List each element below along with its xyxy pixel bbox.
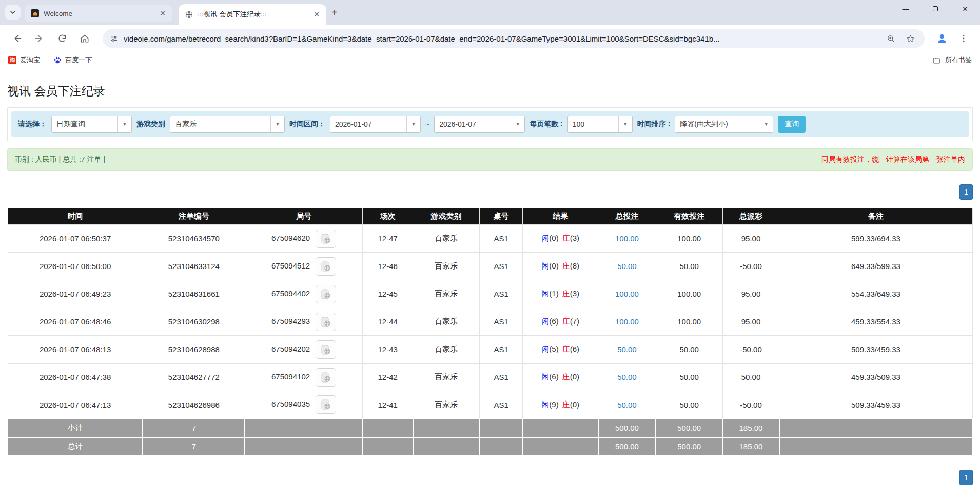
- result-cell: 闲(5)庄(6): [523, 336, 598, 364]
- notice-text: 同局有效投注，统一计算在该局第一张注单内: [821, 155, 965, 164]
- video-replay-button[interactable]: [316, 285, 336, 303]
- total-bet-link[interactable]: 50.00: [617, 345, 637, 354]
- payout-cell: -50.00: [722, 253, 779, 280]
- tab-welcome[interactable]: Welcome ✕: [25, 5, 172, 22]
- date-start-select[interactable]: ▼: [330, 116, 421, 133]
- date-start-value[interactable]: [330, 116, 406, 132]
- forward-button[interactable]: [30, 29, 49, 48]
- payout-cell: 95.00: [722, 280, 779, 308]
- total-bet-link[interactable]: 100.00: [615, 290, 639, 298]
- sort-order-value[interactable]: [675, 116, 759, 132]
- tab-title: Welcome: [44, 10, 153, 17]
- game-kind-value[interactable]: [170, 116, 270, 132]
- chevron-down-icon[interactable]: ▼: [270, 116, 284, 132]
- chevron-down-icon[interactable]: ▼: [117, 116, 131, 132]
- total-bet-cell: 50.00: [598, 364, 656, 391]
- new-tab-button[interactable]: +: [331, 7, 338, 18]
- total-total-bet: 500.00: [598, 437, 656, 456]
- result-cell: 闲(6)庄(7): [523, 308, 598, 336]
- bet-id-cell: 523104626986: [143, 391, 245, 419]
- banker-count: (6): [570, 345, 579, 353]
- query-type-value[interactable]: [52, 116, 117, 132]
- chevron-down-icon[interactable]: ▼: [511, 116, 524, 132]
- bookmark-baidu[interactable]: 百度一下: [53, 55, 92, 65]
- column-header: 场次: [363, 208, 413, 225]
- total-bet-link[interactable]: 100.00: [615, 234, 639, 243]
- close-button[interactable]: ✕: [950, 0, 980, 17]
- banker-count: (8): [570, 261, 579, 270]
- bookmark-aitaobao[interactable]: 淘 爱淘宝: [8, 55, 40, 65]
- column-header: 总投注: [598, 208, 656, 225]
- address-bar[interactable]: videoie.com/game/betrecord_search/kind3?…: [103, 29, 925, 48]
- forward-arrow-icon: [34, 33, 45, 44]
- all-bookmarks-label: 所有书签: [945, 55, 972, 65]
- page-size-value[interactable]: [568, 116, 618, 132]
- video-replay-button[interactable]: [316, 368, 336, 387]
- site-settings-icon[interactable]: [110, 34, 119, 43]
- tab-search-button[interactable]: [5, 5, 21, 20]
- minimize-button[interactable]: —: [891, 0, 920, 17]
- video-replay-button[interactable]: [316, 257, 336, 276]
- round-number: 675094620: [271, 233, 310, 242]
- date-end-value[interactable]: [435, 116, 511, 132]
- video-replay-button[interactable]: [316, 230, 336, 248]
- banker-result: 庄: [562, 317, 570, 326]
- page-size-select[interactable]: ▼: [567, 116, 633, 133]
- player-count: (1): [549, 289, 558, 298]
- table-body: 2026-01-07 06:50:37 523104634570 6750946…: [8, 225, 972, 419]
- round-number: 675094293: [271, 316, 310, 325]
- zoom-level-button[interactable]: [884, 31, 898, 46]
- banker-result: 庄: [562, 400, 570, 409]
- video-replay-button[interactable]: [316, 340, 336, 359]
- profile-avatar-button[interactable]: [933, 29, 951, 48]
- browser-menu-button[interactable]: [954, 29, 973, 48]
- total-bet-cell: 50.00: [598, 391, 656, 419]
- table-row: 2026-01-07 06:48:46 523104630298 6750942…: [8, 308, 972, 336]
- maximize-button[interactable]: [920, 0, 950, 17]
- total-bet-link[interactable]: 100.00: [615, 317, 639, 326]
- tab-bet-records[interactable]: :::视讯 会员下注纪录::: ✕: [179, 4, 326, 25]
- round-cell: 675094035: [245, 391, 362, 419]
- search-button[interactable]: 查询: [778, 116, 806, 133]
- player-count: (0): [549, 234, 558, 242]
- total-bet-cell: 50.00: [598, 253, 656, 280]
- session-cell: 12-41: [363, 391, 413, 419]
- tab-close-icon[interactable]: ✕: [158, 9, 167, 18]
- column-header: 有效投注: [656, 208, 722, 225]
- game-kind-select[interactable]: ▼: [170, 116, 285, 133]
- session-cell: 12-42: [363, 364, 413, 391]
- back-button[interactable]: [7, 29, 27, 48]
- bookmark-star-button[interactable]: [903, 31, 917, 46]
- remark-cell: 509.33/459.33: [779, 336, 972, 364]
- query-type-select[interactable]: ▼: [51, 116, 132, 133]
- chevron-down-icon[interactable]: ▼: [406, 116, 420, 132]
- tab-close-icon[interactable]: ✕: [312, 10, 321, 19]
- banker-count: (3): [570, 234, 579, 242]
- table-row: 2026-01-07 06:50:37 523104634570 6750946…: [8, 225, 972, 253]
- total-bet-link[interactable]: 50.00: [617, 262, 637, 271]
- video-replay-button[interactable]: [316, 313, 336, 331]
- total-bet-link[interactable]: 50.00: [617, 400, 637, 409]
- total-bet-link[interactable]: 50.00: [617, 373, 637, 381]
- url-text[interactable]: videoie.com/game/betrecord_search/kind3?…: [124, 34, 878, 43]
- page-1-button[interactable]: 1: [959, 470, 973, 485]
- remark-cell: 459.33/509.33: [779, 364, 972, 391]
- select-type-label: 请选择：: [18, 120, 47, 129]
- reload-button[interactable]: [52, 29, 72, 48]
- subtotal-label: 小计: [8, 419, 143, 437]
- video-replay-button[interactable]: [316, 395, 336, 414]
- chevron-down-icon[interactable]: ▼: [759, 116, 773, 132]
- home-button[interactable]: [75, 29, 94, 48]
- chevron-down-icon[interactable]: ▼: [618, 116, 632, 132]
- subtotal-valid-bet: 500.00: [656, 419, 722, 437]
- all-bookmarks-button[interactable]: 所有书签: [932, 55, 972, 65]
- table-number-cell: AS1: [479, 225, 523, 253]
- table-row: 2026-01-07 06:47:38 523104627772 6750941…: [8, 364, 972, 391]
- table-row: 2026-01-07 06:49:23 523104631661 6750944…: [8, 280, 972, 308]
- page-1-button[interactable]: 1: [959, 184, 973, 200]
- date-end-select[interactable]: ▼: [434, 116, 525, 133]
- game-type-cell: 百家乐: [413, 391, 480, 419]
- sort-order-select[interactable]: ▼: [675, 116, 773, 133]
- film-reel-icon: [320, 233, 331, 244]
- banker-count: (7): [570, 317, 579, 326]
